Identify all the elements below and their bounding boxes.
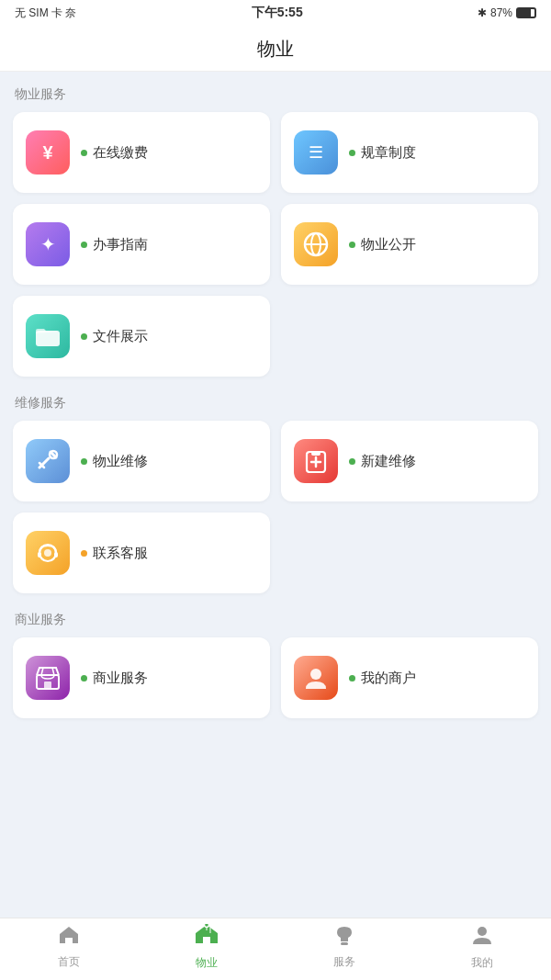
svg-point-21 (478, 927, 487, 936)
section-title-repair: 维修服务 (13, 395, 538, 411)
repair-empty (281, 513, 538, 593)
card-business[interactable]: 商业服务 (13, 637, 270, 718)
public-svg (303, 231, 329, 257)
nav-home[interactable]: 首页 (0, 925, 138, 970)
guide-label: 办事指南 (81, 236, 148, 253)
new-repair-svg (304, 449, 328, 473)
business-label: 商业服务 (81, 670, 148, 687)
mine-nav-icon (471, 924, 493, 952)
card-property-repair[interactable]: 物业维修 (13, 421, 270, 501)
contact-service-icon (26, 531, 70, 575)
property-repair-icon (26, 439, 70, 483)
section-property-service: 物业服务 ¥ 在线缴费 ☰ 规章制度 (13, 86, 538, 377)
business-dot (81, 675, 87, 681)
new-repair-icon (294, 439, 338, 483)
section-title-business: 商业服务 (13, 612, 538, 628)
card-files[interactable]: 文件展示 (13, 296, 270, 377)
public-icon (294, 222, 338, 266)
property-nav-label: 物业 (196, 955, 218, 971)
new-repair-label: 新建维修 (349, 453, 416, 470)
svg-point-19 (205, 924, 209, 928)
guide-dot (81, 242, 87, 248)
battery-level: 87% (490, 6, 512, 19)
shop-svg (35, 666, 61, 690)
public-dot (349, 242, 355, 248)
wrench-svg (36, 449, 60, 473)
bluetooth-icon: ✱ (478, 6, 487, 19)
section-business-service: 商业服务 商业服务 (13, 612, 538, 718)
bottom-nav: 首页 物业 服务 我的 (0, 918, 551, 980)
property-grid: ¥ 在线缴费 ☰ 规章制度 ✦ (13, 112, 538, 377)
online-pay-icon: ¥ (26, 130, 70, 175)
mine-nav-label: 我的 (471, 955, 493, 971)
main-content: 物业服务 ¥ 在线缴费 ☰ 规章制度 (0, 72, 551, 918)
card-new-repair[interactable]: 新建维修 (281, 421, 538, 501)
contact-service-label: 联系客服 (81, 545, 148, 562)
property-repair-label: 物业维修 (81, 453, 148, 470)
svg-rect-15 (54, 552, 58, 558)
home-label: 首页 (58, 954, 80, 970)
nav-mine[interactable]: 我的 (413, 924, 551, 971)
svg-rect-17 (44, 681, 51, 689)
files-svg (35, 325, 61, 347)
page-title: 物业 (0, 26, 551, 72)
person-svg (303, 665, 329, 691)
status-time: 下午5:55 (252, 5, 303, 21)
repair-grid: 物业维修 新建维修 (13, 421, 538, 593)
my-merchant-dot (349, 675, 355, 681)
headset-svg (35, 540, 61, 566)
online-pay-dot (81, 150, 87, 156)
battery-icon (516, 7, 536, 18)
home-icon (58, 925, 80, 951)
guide-icon: ✦ (26, 222, 70, 266)
svg-rect-20 (341, 942, 348, 945)
business-grid: 商业服务 我的商户 (13, 637, 538, 718)
svg-rect-11 (311, 452, 320, 456)
status-bar: 无 SIM 卡 奈 下午5:55 ✱ 87% (0, 0, 551, 26)
files-icon (26, 314, 70, 358)
card-my-merchant[interactable]: 我的商户 (281, 637, 538, 718)
nav-property[interactable]: 物业 (138, 924, 276, 971)
contact-service-dot (81, 550, 87, 557)
files-dot (81, 333, 87, 340)
card-online-pay[interactable]: ¥ 在线缴费 (13, 112, 270, 193)
business-icon (26, 656, 70, 700)
files-label: 文件展示 (81, 328, 148, 345)
section-repair-service: 维修服务 物业维修 (13, 395, 538, 593)
service-nav-label: 服务 (333, 954, 355, 970)
new-repair-dot (349, 458, 355, 465)
property-nav-icon (195, 924, 219, 952)
status-right: ✱ 87% (478, 6, 536, 19)
card-contact-service[interactable]: 联系客服 (13, 513, 270, 593)
my-merchant-icon (294, 656, 338, 700)
rules-label: 规章制度 (349, 144, 416, 162)
online-pay-label: 在线缴费 (81, 144, 148, 162)
rules-icon: ☰ (294, 130, 338, 175)
public-label: 物业公开 (349, 236, 416, 253)
card-public[interactable]: 物业公开 (281, 204, 538, 285)
nav-service[interactable]: 服务 (276, 925, 413, 970)
svg-rect-14 (38, 552, 41, 558)
property-repair-dot (81, 458, 87, 465)
section-title-property: 物业服务 (13, 86, 538, 103)
my-merchant-label: 我的商户 (349, 670, 416, 687)
rules-dot (349, 150, 355, 156)
svg-point-13 (44, 549, 51, 557)
empty-placeholder (281, 296, 538, 377)
service-nav-icon (332, 925, 356, 951)
card-guide[interactable]: ✦ 办事指南 (13, 204, 270, 285)
svg-point-18 (310, 669, 321, 680)
status-left: 无 SIM 卡 奈 (15, 6, 76, 21)
card-rules[interactable]: ☰ 规章制度 (281, 112, 538, 193)
